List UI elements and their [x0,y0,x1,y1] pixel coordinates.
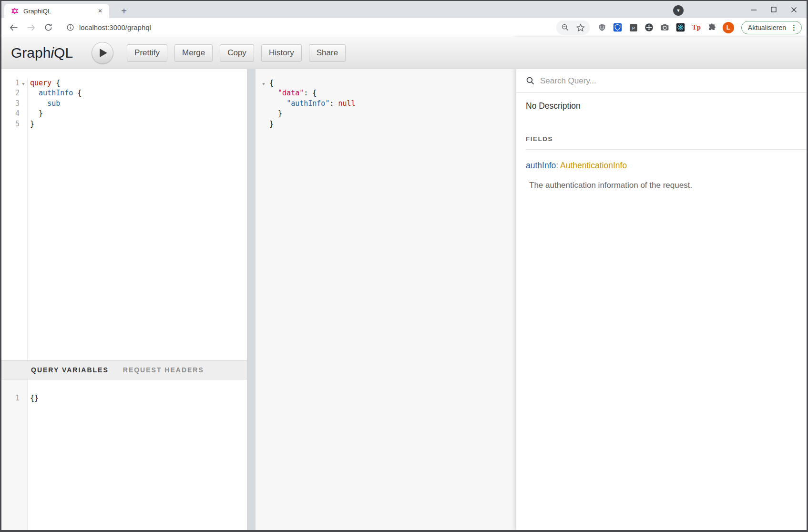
tp-icon[interactable]: Tp [691,22,702,33]
kebab-menu-icon[interactable]: ⋮ [790,23,798,32]
variables-editor[interactable]: 1 {} [1,379,247,530]
graphiql-main: 1▼2345 query { authInfo { sub }} QUERY V… [1,69,807,530]
doc-field-description: The authentication information of the re… [526,181,797,190]
maximize-button[interactable] [764,2,784,17]
graphiql-logo: GraphiQL [11,45,73,61]
tab-close-icon[interactable]: ✕ [96,7,104,15]
gutter-line: 5 [1,119,27,129]
doc-body: No Description FIELDS authInfo: Authenti… [516,93,807,190]
ublock-shield-icon[interactable] [597,22,607,33]
react-devtools-icon[interactable] [675,22,686,33]
zoom-icon[interactable] [560,22,571,33]
history-button[interactable]: History [261,44,302,61]
query-column: 1▼2345 query { authInfo { sub }} QUERY V… [1,69,247,530]
query-editor-code[interactable]: query { authInfo { sub }} [28,78,247,360]
chevron-badge-icon[interactable]: ▼ [673,5,684,16]
result-fold-gutter: ▼ [256,78,267,530]
doc-search-row [516,69,807,93]
code-line: { [269,78,516,88]
gutter-line: 3 [1,99,27,109]
bitwarden-shield-icon[interactable] [613,22,623,33]
address-bar[interactable]: localhost:3000/graphql [66,23,556,31]
toolbar-right-cluster: P Tp L Aktualisieren ⋮ [556,20,802,35]
doc-field-row: authInfo: AuthenticationInfo [526,161,797,171]
zoom-star-chip [556,20,590,35]
gutter-line[interactable]: ▼ [256,78,267,88]
doc-explorer-panel: Schema Query ✕ No Description FIELDS [516,37,807,530]
code-line: sub [30,99,247,109]
code-line: query { [30,78,247,88]
graphql-favicon-icon [11,7,19,15]
tab-query-variables[interactable]: QUERY VARIABLES [31,366,109,374]
code-line: } [269,119,516,129]
code-line: "data": { [269,88,516,98]
gutter-line [256,88,267,98]
window-close-button[interactable] [784,2,804,17]
prettify-button[interactable]: Prettify [127,44,167,61]
gutter-line: 4 [1,109,27,119]
browser-window: GraphiQL ✕ + ▼ [0,0,808,532]
code-line: } [269,109,516,119]
tab-request-headers[interactable]: REQUEST HEADERS [123,366,204,374]
share-button[interactable]: Share [309,44,346,61]
new-tab-button[interactable]: + [118,5,130,17]
puzzle-extensions-icon[interactable] [707,22,717,33]
bookmark-star-icon[interactable] [575,22,586,33]
doc-divider [526,149,807,150]
back-icon[interactable] [7,21,20,34]
gutter-line: 2 [1,88,27,98]
query-editor-gutter: 1▼2345 [1,78,28,360]
profile-avatar[interactable]: L [723,22,734,33]
code-line: } [30,109,247,119]
p-box-icon[interactable]: P [628,22,639,33]
doc-fields-label: FIELDS [526,135,797,143]
variables-tab-bar: QUERY VARIABLES REQUEST HEADERS [1,360,247,379]
minimize-button[interactable] [744,2,764,17]
pane-divider[interactable] [247,69,256,530]
url-text[interactable]: localhost:3000/graphql [79,23,151,31]
update-button-label: Aktualisieren [748,24,786,31]
result-code: { "data": { "authInfo": null }} [267,78,516,530]
gutter-line [256,99,267,109]
doc-search-input[interactable] [539,76,701,86]
code-line: } [30,119,247,129]
graphiql-topbar: GraphiQL Prettify Merge Copy History Sha… [1,37,807,69]
doc-field-type-link[interactable]: AuthenticationInfo [560,161,627,170]
tab-title: GraphiQL [23,8,96,15]
gutter-line [256,109,267,119]
browser-tab-bar: GraphiQL ✕ + ▼ [1,1,807,18]
doc-no-description: No Description [526,101,797,111]
variables-editor-code[interactable]: {} [28,393,247,530]
copy-button[interactable]: Copy [220,44,254,61]
doc-field-name-link[interactable]: authInfo [526,161,556,170]
forward-icon[interactable] [24,21,38,34]
merge-button[interactable]: Merge [174,44,213,61]
page-info-icon[interactable] [66,23,74,31]
browser-tab[interactable]: GraphiQL ✕ [4,4,109,18]
gutter-line [256,119,267,129]
svg-text:P: P [632,25,635,30]
graphiql-app: GraphiQL Prettify Merge Copy History Sha… [1,37,807,530]
browser-toolbar: localhost:3000/graphql P [1,18,807,37]
result-pane: ▼ { "data": { "authInfo": null }} [256,69,516,530]
gutter-line: 1 [1,393,27,403]
variables-editor-gutter: 1 [1,379,28,530]
query-editor[interactable]: 1▼2345 query { authInfo { sub }} [1,69,247,360]
move-crosshair-icon[interactable] [644,22,655,33]
code-line: authInfo { [30,88,247,98]
reload-icon[interactable] [41,21,55,34]
search-icon [526,76,535,85]
fold-caret-icon: ▼ [20,79,27,89]
code-line: "authInfo": null [269,99,516,109]
camera-icon[interactable] [660,22,670,33]
execute-button[interactable] [92,42,113,64]
window-controls [744,1,804,18]
code-line: {} [30,393,247,403]
fold-caret-icon: ▼ [260,79,267,89]
gutter-line[interactable]: 1▼ [1,78,27,88]
update-extensions-button[interactable]: Aktualisieren ⋮ [741,21,802,34]
